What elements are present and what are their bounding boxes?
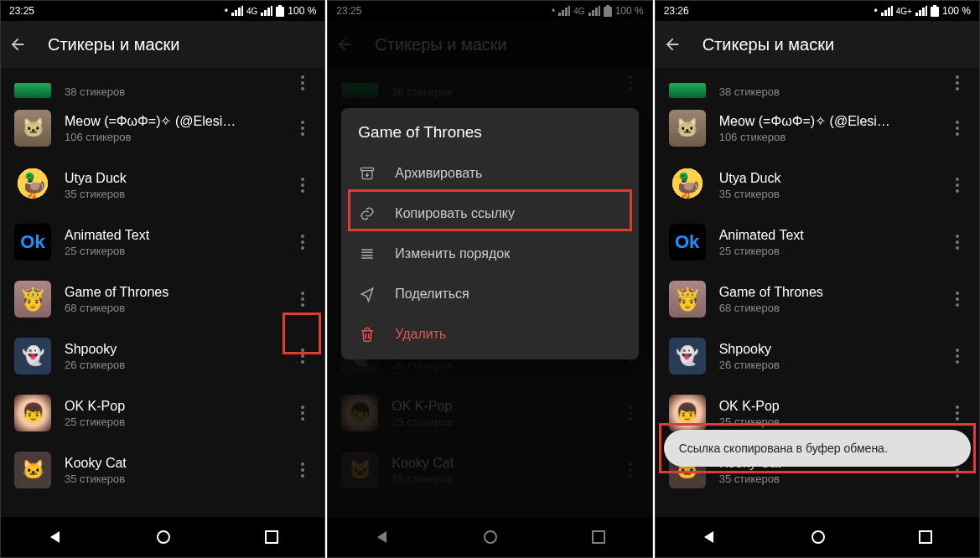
share-icon <box>358 286 376 302</box>
dialog-archive-label: Архивировать <box>395 166 482 181</box>
nav-back-icon[interactable] <box>48 530 63 545</box>
status-time: 23:25 <box>9 5 34 17</box>
archive-icon <box>358 165 376 182</box>
list-item[interactable]: 38 стикеров <box>656 68 979 100</box>
pack-thumb <box>14 395 51 431</box>
pack-thumb <box>14 83 51 98</box>
dialog-reorder[interactable]: Изменить порядок <box>341 234 638 274</box>
back-button[interactable] <box>8 35 28 54</box>
sticker-list: 38 стикеров Meow (=ΦωΦ=)✧ (@Elesi…106 ст… <box>1 68 324 517</box>
pack-title: Shpooky <box>65 342 274 357</box>
battery-icon <box>276 5 284 17</box>
more-button[interactable] <box>288 455 318 485</box>
more-button[interactable] <box>288 341 318 371</box>
more-button[interactable] <box>288 68 318 98</box>
dialog-title: Game of Thrones <box>341 123 638 153</box>
network-label: 4G+ <box>896 7 912 16</box>
pack-title: Game of Thrones <box>719 285 929 300</box>
signal-icon <box>881 6 893 16</box>
pack-title: Animated Text <box>65 228 274 243</box>
list-item[interactable]: Meow (=ΦωΦ=)✧ (@Elesi…106 стикеров <box>1 100 324 157</box>
list-item[interactable]: Ok Animated Text25 стикеров <box>1 214 324 271</box>
pack-sub: 38 стикеров <box>65 85 274 98</box>
screen-3: 23:26 • 4G+ 100 % Стикеры и маски 38 сти… <box>655 0 980 558</box>
network-label: 4G <box>246 7 257 16</box>
dialog-share[interactable]: Поделиться <box>341 274 638 314</box>
nav-recent-icon[interactable] <box>265 530 278 544</box>
pack-thumb <box>669 110 706 147</box>
dialog-delete[interactable]: Удалить <box>341 314 638 354</box>
list-item[interactable]: Utya Duck35 стикеров <box>656 157 979 214</box>
pack-sub: 25 стикеров <box>65 245 274 257</box>
pack-sub: 106 стикеров <box>65 131 274 143</box>
pack-title: Meow (=ΦωΦ=)✧ (@Elesi… <box>719 113 929 129</box>
more-button[interactable] <box>942 284 972 314</box>
signal-icon <box>231 6 243 16</box>
dot-icon: • <box>225 5 228 17</box>
pack-sub: 26 стикеров <box>719 359 929 371</box>
nav-home-icon[interactable] <box>156 530 171 545</box>
toast-text: Ссылка скопирована в буфер обмена. <box>679 442 888 455</box>
reorder-icon <box>358 245 376 262</box>
dialog-reorder-label: Изменить порядок <box>395 246 510 261</box>
pack-sub: 35 стикеров <box>719 188 929 200</box>
list-item[interactable]: OK K-Pop25 стикеров <box>1 385 324 442</box>
list-item[interactable]: Utya Duck35 стикеров <box>1 157 324 214</box>
svg-point-11 <box>812 531 824 543</box>
pack-title: OK K-Pop <box>719 399 929 414</box>
list-item[interactable]: Shpooky26 стикеров <box>656 328 979 385</box>
more-button[interactable] <box>942 68 972 98</box>
more-button[interactable] <box>942 341 972 371</box>
nav-back-icon[interactable] <box>702 530 717 545</box>
page-title: Стикеры и маски <box>703 35 834 54</box>
svg-rect-12 <box>920 531 931 543</box>
back-button[interactable] <box>662 35 682 54</box>
more-button[interactable] <box>288 113 318 143</box>
pack-sub: 25 стикеров <box>719 245 929 257</box>
pack-sub: 68 стикеров <box>719 302 929 314</box>
sticker-list: 38 стикеров Meow (=ΦωΦ=)✧ (@Elesi…106 ст… <box>656 68 979 517</box>
more-button[interactable] <box>288 398 318 428</box>
list-item[interactable]: Kooky Cat35 стикеров <box>1 442 324 499</box>
list-item[interactable]: Shpooky26 стикеров <box>1 328 324 385</box>
pack-sub: 25 стикеров <box>719 416 929 428</box>
more-button[interactable] <box>942 113 972 143</box>
dialog-delete-label: Удалить <box>395 327 446 342</box>
svg-rect-3 <box>266 531 277 543</box>
pack-thumb <box>669 281 706 318</box>
more-button[interactable] <box>942 170 972 200</box>
nav-recent-icon[interactable] <box>919 530 932 544</box>
svg-rect-1 <box>278 5 282 7</box>
dialog-copy-link[interactable]: Копировать ссылку <box>341 194 638 234</box>
dialog-copy-label: Копировать ссылку <box>395 206 515 221</box>
more-button[interactable] <box>288 170 318 200</box>
list-item[interactable]: Meow (=ΦωΦ=)✧ (@Elesi…106 стикеров <box>656 100 979 157</box>
pack-sub: 106 стикеров <box>719 131 929 143</box>
battery-label: 100 % <box>288 5 316 17</box>
nav-home-icon[interactable] <box>811 530 826 545</box>
toast-message: Ссылка скопирована в буфер обмена. <box>664 430 971 467</box>
list-item[interactable]: Game of Thrones68 стикеров <box>656 271 979 328</box>
pack-sub: 38 стикеров <box>719 85 929 98</box>
status-bar: 23:25 • 4G 100 % <box>1 1 324 21</box>
trash-icon <box>358 326 376 343</box>
app-header: Стикеры и маски <box>656 21 979 68</box>
status-time: 23:26 <box>664 5 689 17</box>
more-button-got[interactable] <box>288 284 318 314</box>
pack-sub: 68 стикеров <box>65 302 274 314</box>
more-button[interactable] <box>942 227 972 257</box>
svg-rect-6 <box>361 168 374 170</box>
svg-rect-9 <box>931 7 939 17</box>
nav-bar <box>1 517 324 557</box>
more-button[interactable] <box>288 227 318 257</box>
svg-rect-0 <box>276 7 284 17</box>
page-title: Стикеры и маски <box>48 35 179 54</box>
dialog-archive[interactable]: Архивировать <box>341 153 638 194</box>
pack-sub: 25 стикеров <box>65 416 274 428</box>
list-item-got[interactable]: Game of Thrones68 стикеров <box>1 271 324 328</box>
pack-title: OK K-Pop <box>65 399 274 414</box>
list-item[interactable]: OkAnimated Text25 стикеров <box>656 214 979 271</box>
signal-icon-2 <box>261 6 272 16</box>
more-button[interactable] <box>942 398 972 428</box>
list-item[interactable]: 38 стикеров <box>1 68 324 100</box>
